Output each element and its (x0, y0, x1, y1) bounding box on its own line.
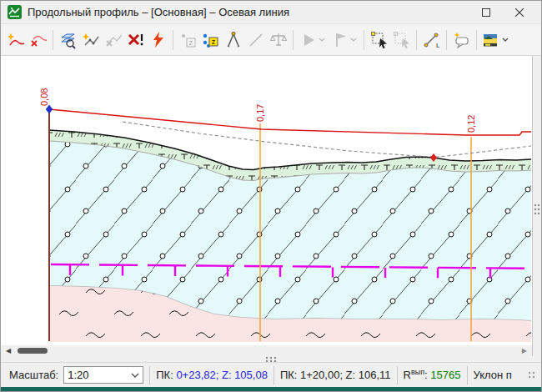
scroll-thumb[interactable] (18, 348, 48, 354)
app-window: Продольный профиль – [Основная] – Осевая… (0, 0, 542, 392)
status-separator (397, 366, 398, 384)
slope-readout: Уклон п (474, 369, 512, 381)
point-z-active-icon[interactable]: z (199, 28, 222, 52)
workspace: 0,08 0,17 0,12 ◀ ▶ (1, 56, 541, 362)
app-icon (8, 5, 22, 19)
scroll-right-arrow[interactable]: ▶ (517, 348, 532, 354)
toolbar: z z (1, 24, 541, 56)
toolbar-separator (364, 30, 364, 50)
point-z-inactive-icon[interactable]: z (177, 28, 199, 52)
resize-grip[interactable] (528, 369, 538, 381)
window-bottom-edge (1, 387, 541, 391)
svg-text:z: z (211, 38, 215, 46)
toolbar-separator (476, 30, 477, 50)
balance-scales-icon[interactable] (267, 28, 289, 52)
toolbar-separator (446, 30, 447, 50)
measure-length-icon[interactable]: L (420, 28, 443, 52)
slope-label-1: 0,08 (39, 88, 49, 106)
cursor-position-readout: ПК: 0+23,82; Z: 105,08 (156, 369, 268, 381)
toolbar-separator (173, 30, 173, 50)
maximize-icon (482, 8, 490, 17)
status-bar: Масштаб: 1:20 ПК: 0+23,82; Z: 105,08 ПК:… (1, 362, 541, 387)
svg-text:L: L (436, 42, 440, 49)
delete-polyline-icon[interactable] (102, 28, 124, 52)
scale-combobox[interactable]: 1:20 (63, 366, 143, 384)
slope-label-3: 0,12 (466, 115, 476, 133)
vertical-splitter[interactable] (532, 56, 541, 362)
toolbar-separator (293, 30, 294, 50)
scale-label: Масштаб: (9, 369, 58, 381)
svg-text:z: z (188, 38, 193, 47)
add-comment-icon[interactable] (450, 28, 473, 52)
maximize-button[interactable] (469, 2, 503, 23)
delete-profile-curve-icon[interactable] (27, 28, 49, 52)
horizontal-splitter[interactable] (1, 356, 541, 362)
horizontal-scrollbar[interactable]: ◀ ▶ (1, 345, 532, 356)
resize-grip-icon (528, 370, 538, 379)
status-separator (149, 366, 150, 384)
radius-readout: Rвып: 15765 (404, 368, 461, 381)
vertical-splitter-grip-icon (534, 204, 540, 215)
marker-position-readout: ПК: 1+20,00; Z: 106,11 (280, 369, 391, 381)
close-icon (515, 8, 524, 17)
export-drawing-icon[interactable] (480, 28, 512, 52)
select-objects-icon[interactable] (368, 28, 390, 52)
rebuild-profile-icon[interactable] (147, 28, 169, 52)
run-forward-icon[interactable] (297, 28, 329, 52)
chevron-down-icon (131, 369, 139, 381)
scroll-left-arrow[interactable]: ◀ (1, 348, 16, 354)
select-group-icon[interactable] (390, 28, 413, 52)
divider-measure-icon[interactable] (222, 28, 244, 52)
toolbar-separator (416, 30, 417, 50)
delete-all-icon[interactable] (124, 28, 147, 52)
status-separator (274, 366, 274, 384)
scale-value: 1:20 (68, 369, 88, 381)
close-button[interactable] (503, 2, 536, 23)
slope-label-2: 0,17 (255, 104, 265, 122)
add-profile-curve-icon[interactable] (4, 28, 27, 52)
title-bar: Продольный профиль – [Основная] – Осевая… (1, 1, 541, 24)
status-separator (467, 366, 468, 384)
toolbar-separator (53, 30, 53, 50)
profile-canvas[interactable]: 0,08 0,17 0,12 (1, 56, 532, 345)
segment-line-icon[interactable] (244, 28, 267, 52)
run-flag-icon[interactable] (329, 28, 360, 52)
view-layers-icon[interactable] (57, 28, 79, 52)
window-title: Продольный профиль – [Основная] – Осевая… (28, 6, 289, 18)
add-polyline-icon[interactable] (79, 28, 102, 52)
